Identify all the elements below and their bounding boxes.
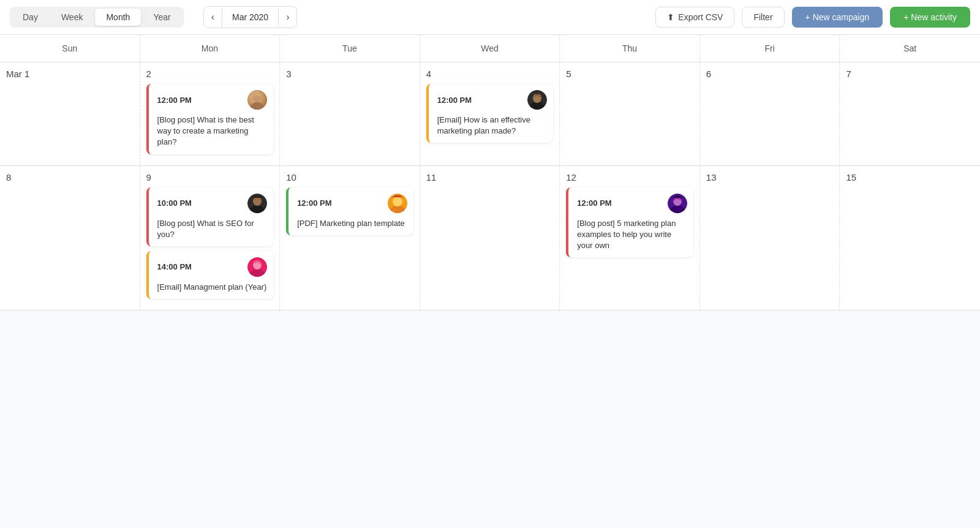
svg-point-1 — [251, 102, 264, 110]
svg-point-7 — [249, 269, 265, 277]
cell-mar1[interactable]: Mar 1 — [0, 62, 140, 165]
tab-month[interactable]: Month — [95, 9, 141, 26]
view-tabs: Day Week Month Year — [10, 7, 184, 28]
avatar — [388, 194, 407, 213]
event-title: [Blog post] 5 marketing plan examples to… — [577, 218, 687, 252]
event-card[interactable]: 14:00 PM [Email] Managment plan (Year) — [146, 251, 274, 299]
calendar-header: Sun Mon Tue Wed Thu Fri Sat — [0, 35, 980, 62]
calendar-week-1: Mar 1 2 12:00 PM [Blog post] What is the… — [0, 62, 980, 166]
event-card[interactable]: 12:00 PM [Blog post] 5 marketing plan ex… — [566, 187, 693, 258]
current-period-label: Mar 2020 — [222, 7, 279, 27]
event-time: 14:00 PM — [157, 262, 192, 271]
date-mar2: 2 — [146, 69, 274, 79]
event-card[interactable]: 10:00 PM [Blog post] What is SEO for you… — [146, 187, 274, 246]
cell-mar2[interactable]: 2 12:00 PM [Blog post] What is the best … — [140, 62, 281, 165]
header-sun: Sun — [0, 35, 140, 62]
new-campaign-button[interactable]: + New campaign — [792, 7, 883, 28]
cell-mar3[interactable]: 3 — [280, 62, 420, 165]
cell-mar8[interactable]: 8 — [0, 166, 140, 311]
calendar-week-2: 8 9 10:00 PM [Blog post] What is SEO for… — [0, 166, 980, 311]
nav-next-button[interactable]: › — [279, 7, 296, 28]
date-mar10: 10 — [286, 172, 413, 183]
date-mar4: 4 — [426, 69, 554, 79]
date-mar12: 12 — [566, 172, 693, 183]
header-mon: Mon — [140, 35, 281, 62]
event-title: [Email] How is an effective marketing pl… — [437, 115, 548, 137]
event-title: [Blog post] What is SEO for you? — [157, 218, 268, 240]
event-title: [PDF] Marketing plan template — [297, 218, 407, 229]
event-time: 12:00 PM — [437, 96, 472, 105]
date-mar13: 13 — [706, 172, 834, 183]
avatar — [668, 194, 687, 213]
calendar-body: Mar 1 2 12:00 PM [Blog post] What is the… — [0, 62, 980, 311]
cell-mar15[interactable]: 15 — [840, 166, 980, 311]
svg-point-11 — [669, 205, 685, 213]
event-card[interactable]: 12:00 PM [Blog post] What is the best wa… — [146, 84, 274, 154]
nav-prev-button[interactable]: ‹ — [204, 7, 222, 28]
avatar-img — [247, 257, 267, 277]
tab-day[interactable]: Day — [12, 9, 49, 26]
cell-mar13[interactable]: 13 — [700, 166, 840, 311]
date-mar5: 5 — [566, 69, 693, 79]
date-mar3: 3 — [286, 69, 413, 79]
header-fri: Fri — [700, 35, 840, 62]
event-header: 12:00 PM — [437, 90, 548, 110]
svg-point-5 — [249, 205, 265, 213]
avatar — [247, 194, 267, 213]
cell-mar4[interactable]: 4 12:00 PM [Email] How is an effective m… — [420, 62, 560, 165]
event-card[interactable]: 12:00 PM [PDF] Marketing plan template — [286, 187, 413, 235]
event-title: [Email] Managment plan (Year) — [157, 282, 268, 293]
cell-mar9[interactable]: 9 10:00 PM [Blog post] What is SEO for y… — [140, 166, 281, 311]
avatar — [527, 90, 547, 110]
cell-mar10[interactable]: 10 12:00 PM [PDF] Marketing plan templat… — [280, 166, 420, 311]
event-header: 12:00 PM — [577, 194, 687, 213]
calendar: Sun Mon Tue Wed Thu Fri Sat Mar 1 2 12:0… — [0, 35, 980, 311]
date-mar1: Mar 1 — [6, 69, 134, 79]
tab-year[interactable]: Year — [142, 9, 181, 26]
avatar — [247, 90, 267, 110]
avatar-img — [388, 194, 407, 213]
date-mar11: 11 — [426, 172, 554, 183]
avatar-img — [668, 194, 687, 213]
avatar-img — [247, 194, 267, 213]
avatar — [247, 257, 267, 277]
cell-mar11[interactable]: 11 — [420, 166, 560, 311]
date-mar6: 6 — [706, 69, 834, 79]
nav-group: ‹ Mar 2020 › — [203, 6, 298, 28]
tab-week[interactable]: Week — [50, 9, 94, 26]
event-title: [Blog post] What is the best way to crea… — [157, 115, 268, 148]
header-tue: Tue — [280, 35, 420, 62]
cell-mar12[interactable]: 12 12:00 PM [Blog post] 5 marketing plan… — [560, 166, 700, 311]
event-header: 10:00 PM — [157, 194, 268, 213]
event-time: 12:00 PM — [157, 96, 192, 105]
event-header: 12:00 PM — [297, 194, 407, 213]
toolbar: Day Week Month Year ‹ Mar 2020 › ⬆ Expor… — [0, 0, 980, 35]
cell-mar6[interactable]: 6 — [700, 62, 840, 165]
event-time: 10:00 PM — [157, 198, 192, 208]
header-sat: Sat — [840, 35, 980, 62]
date-mar7: 7 — [846, 69, 974, 79]
header-thu: Thu — [560, 35, 700, 62]
cell-mar7[interactable]: 7 — [840, 62, 980, 165]
export-icon: ⬆ — [667, 12, 674, 22]
header-wed: Wed — [420, 35, 560, 62]
event-header: 12:00 PM — [157, 90, 268, 110]
event-card[interactable]: 12:00 PM [Email] How is an effective mar… — [426, 84, 554, 143]
new-activity-button[interactable]: + New activity — [890, 7, 970, 28]
event-time: 12:00 PM — [297, 198, 331, 208]
avatar-img — [527, 90, 547, 110]
avatar-img — [247, 90, 267, 110]
cell-mar5[interactable]: 5 — [560, 62, 700, 165]
date-mar8: 8 — [6, 172, 134, 183]
export-csv-button[interactable]: ⬆ Export CSV — [655, 7, 734, 28]
event-time: 12:00 PM — [577, 198, 611, 208]
date-mar9: 9 — [146, 172, 274, 183]
event-header: 14:00 PM — [157, 257, 268, 277]
filter-button[interactable]: Filter — [742, 7, 784, 28]
date-mar15: 15 — [846, 172, 974, 183]
